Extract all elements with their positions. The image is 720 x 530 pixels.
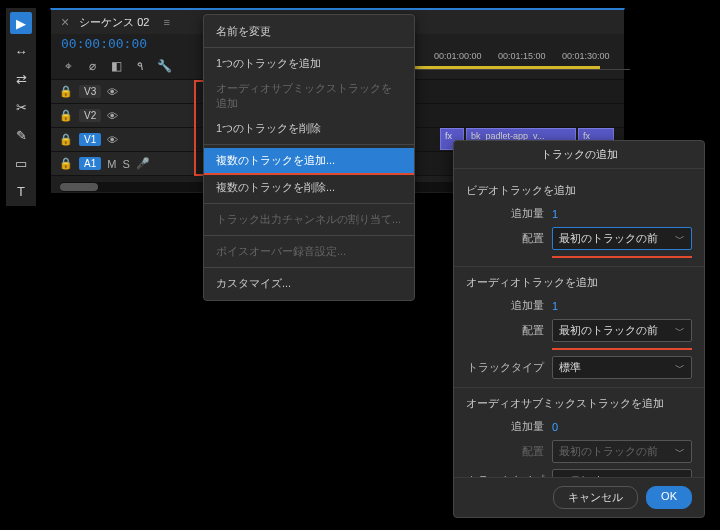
- place-label: 配置: [466, 231, 544, 246]
- submix-type-select[interactable]: ステレオ ﹀: [552, 469, 692, 477]
- chevron-down-icon: ﹀: [675, 232, 685, 246]
- ctx-add-submix: オーディオサブミックストラックを追加: [204, 76, 414, 116]
- separator: [204, 267, 414, 268]
- submix-placement-select: 最初のトラックの前 ﹀: [552, 440, 692, 463]
- audio-placement-select[interactable]: 最初のトラックの前 ﹀: [552, 319, 692, 342]
- ctx-rename[interactable]: 名前を変更: [204, 19, 414, 44]
- submix-qty-input[interactable]: 0: [552, 421, 692, 433]
- separator: [204, 144, 414, 145]
- select-value: 最初のトラックの前: [559, 231, 658, 246]
- track-label[interactable]: V2: [79, 109, 101, 122]
- divider: [454, 266, 704, 267]
- type-label: トラックタイプ: [466, 360, 544, 375]
- cancel-button[interactable]: キャンセル: [553, 486, 638, 509]
- place-label: 配置: [466, 444, 544, 459]
- mute-icon[interactable]: M: [107, 158, 116, 170]
- ctx-delete-multiple-tracks[interactable]: 複数のトラックを削除...: [204, 175, 414, 200]
- tool-strip: ▶ ↔ ⇄ ✂ ✎ ▭ T: [6, 8, 36, 206]
- solo-icon[interactable]: S: [122, 158, 129, 170]
- chevron-down-icon: ﹀: [675, 324, 685, 338]
- tab-menu-icon[interactable]: ≡: [163, 16, 169, 28]
- highlight-line: [552, 256, 692, 258]
- separator: [204, 203, 414, 204]
- ctx-assign-output: トラック出力チャンネルの割り当て...: [204, 207, 414, 232]
- track-context-menu: 名前を変更 1つのトラックを追加 オーディオサブミックストラックを追加 1つのト…: [203, 14, 415, 301]
- track-label[interactable]: A1: [79, 157, 101, 170]
- lock-icon[interactable]: 🔒: [59, 109, 73, 122]
- ruler-tick: 00:01:00:00: [434, 51, 498, 61]
- close-icon[interactable]: ×: [61, 14, 69, 30]
- separator: [204, 47, 414, 48]
- ripple-tool-icon[interactable]: ⇄: [10, 68, 32, 90]
- lock-icon[interactable]: 🔒: [59, 157, 73, 170]
- place-label: 配置: [466, 323, 544, 338]
- link-icon[interactable]: ⌀: [85, 59, 99, 73]
- select-value: 最初のトラックの前: [559, 323, 658, 338]
- track-label[interactable]: V3: [79, 85, 101, 98]
- separator: [204, 235, 414, 236]
- pen-tool-icon[interactable]: ✎: [10, 124, 32, 146]
- audio-type-select[interactable]: 標準 ﹀: [552, 356, 692, 379]
- dialog-title: トラックの追加: [454, 141, 704, 169]
- razor-tool-icon[interactable]: ✂: [10, 96, 32, 118]
- text-tool-icon[interactable]: T: [10, 180, 32, 202]
- eye-icon[interactable]: 👁: [107, 86, 118, 98]
- video-section-title: ビデオトラックを追加: [466, 183, 692, 198]
- ctx-voiceover-settings: ボイスオーバー録音設定...: [204, 239, 414, 264]
- settings-icon[interactable]: ٩: [133, 59, 147, 73]
- add-tracks-dialog: トラックの追加 ビデオトラックを追加 追加量 1 配置 最初のトラックの前 ﹀ …: [453, 140, 705, 518]
- ctx-customize[interactable]: カスタマイズ...: [204, 271, 414, 296]
- ctx-delete-one-track[interactable]: 1つのトラックを削除: [204, 116, 414, 141]
- marker-icon[interactable]: ◧: [109, 59, 123, 73]
- audio-qty-input[interactable]: 1: [552, 300, 692, 312]
- chevron-down-icon: ﹀: [675, 361, 685, 375]
- video-placement-select[interactable]: 最初のトラックの前 ﹀: [552, 227, 692, 250]
- wrench-icon[interactable]: 🔧: [157, 59, 171, 73]
- qty-label: 追加量: [466, 298, 544, 313]
- selection-tool-icon[interactable]: ▶: [10, 12, 32, 34]
- eye-icon[interactable]: 👁: [107, 110, 118, 122]
- qty-label: 追加量: [466, 206, 544, 221]
- scrollbar-thumb[interactable]: [60, 183, 98, 191]
- select-value: 標準: [559, 360, 581, 375]
- ruler-tick: 00:01:15:00: [498, 51, 562, 61]
- type-tool-icon[interactable]: ▭: [10, 152, 32, 174]
- track-label[interactable]: V1: [79, 133, 101, 146]
- qty-label: 追加量: [466, 419, 544, 434]
- ctx-add-multiple-tracks[interactable]: 複数のトラックを追加...: [204, 148, 414, 175]
- snap-icon[interactable]: ⌖: [61, 59, 75, 73]
- chevron-down-icon: ﹀: [675, 445, 685, 459]
- eye-icon[interactable]: 👁: [107, 134, 118, 146]
- sequence-tab-label: シーケンス 02: [79, 15, 149, 30]
- submix-section-title: オーディオサブミックストラックを追加: [466, 396, 692, 411]
- ok-button[interactable]: OK: [646, 486, 692, 509]
- video-qty-input[interactable]: 1: [552, 208, 692, 220]
- divider: [454, 387, 704, 388]
- select-value: 最初のトラックの前: [559, 444, 658, 459]
- highlight-line: [552, 348, 692, 350]
- track-select-tool-icon[interactable]: ↔: [10, 40, 32, 62]
- record-icon[interactable]: 🎤: [136, 157, 150, 170]
- ctx-add-one-track[interactable]: 1つのトラックを追加: [204, 51, 414, 76]
- lock-icon[interactable]: 🔒: [59, 133, 73, 146]
- ruler-tick: 00:01:30:00: [562, 51, 626, 61]
- audio-section-title: オーディオトラックを追加: [466, 275, 692, 290]
- lock-icon[interactable]: 🔒: [59, 85, 73, 98]
